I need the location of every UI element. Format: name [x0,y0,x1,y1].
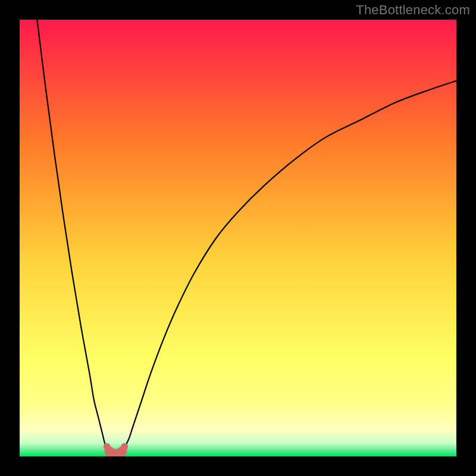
gradient-background [20,20,456,456]
valley-marker [121,443,128,450]
chart-svg [20,20,456,456]
watermark-text: TheBottleneck.com [356,2,470,18]
plot-area [20,20,456,456]
outer-frame: TheBottleneck.com [0,0,476,476]
